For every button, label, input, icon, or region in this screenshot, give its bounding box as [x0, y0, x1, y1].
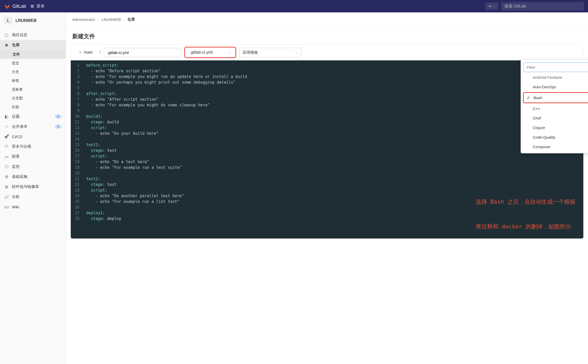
sidebar-item-label: 仓库: [12, 43, 20, 48]
create-new-button[interactable]: ＋ ⌄: [485, 3, 498, 10]
line-gutter: 1234567891011121314151617181920212223242…: [71, 62, 84, 239]
filter-input[interactable]: [527, 65, 588, 69]
sidebar-sub-files[interactable]: 文件: [0, 50, 66, 59]
sidebar-item-label: Wiki: [12, 205, 19, 209]
branch-selector[interactable]: ⑂ main: [76, 48, 97, 57]
chevron-down-icon: ⌄: [228, 51, 231, 54]
filename-input[interactable]: [104, 48, 181, 57]
file-toolbar: ⑂ main / .gitlab-ci.yml ⌄ 应用模板 ⌄ 🔍 And: [71, 44, 583, 60]
sidebar-item-deploy[interactable]: ▭ 部署: [0, 152, 66, 162]
sidebar-item-label: CI/CD: [12, 134, 22, 139]
sidebar-item-label: 分析: [12, 194, 20, 199]
issues-icon: ◧: [4, 114, 9, 119]
dropdown-item[interactable]: Composer: [521, 142, 588, 152]
global-search[interactable]: 搜索 GitLab: [501, 2, 584, 11]
branch-icon: ⑂: [79, 50, 82, 55]
project-name: LRUNWEB: [15, 18, 37, 23]
apply-template-label: 应用模板: [243, 50, 258, 55]
template-type-label: .gitlab-ci.yml: [190, 50, 213, 55]
menu-button[interactable]: 菜单: [30, 4, 45, 9]
sidebar-item-label: 议题: [12, 114, 20, 119]
sidebar-sub-compare[interactable]: 比较: [0, 103, 66, 112]
annotation-text: 选择 Bash 之后，会自动生成一个模板 将注释和 docker 的删掉，如图所…: [476, 181, 576, 247]
sidebar-item-merge-requests[interactable]: ⑂ 合并请求 0: [0, 122, 66, 132]
code-editor[interactable]: 1234567891011121314151617181920212223242…: [71, 60, 583, 239]
sidebar-item-label: 项目信息: [12, 33, 27, 37]
dropdown-filter[interactable]: 🔍: [523, 62, 588, 72]
sidebar-item-label: 合并请求: [12, 124, 27, 129]
project-header[interactable]: L LRUNWEB: [0, 12, 66, 29]
sidebar-sub-tags[interactable]: 标签: [0, 76, 66, 85]
issues-count: 0: [55, 114, 62, 119]
deploy-icon: ▭: [4, 154, 9, 159]
infra-icon: ⚙: [4, 175, 9, 179]
hamburger-icon: [30, 4, 34, 8]
breadcrumb-admin[interactable]: Administrator: [72, 17, 95, 22]
sidebar-item-cicd[interactable]: 🚀 CI/CD: [0, 132, 66, 141]
dropdown-item[interactable]: Auto-DevOps: [521, 82, 588, 92]
breadcrumb-project[interactable]: LRUNWEB: [101, 17, 121, 22]
repo-icon: 🗎: [4, 43, 9, 48]
sidebar-item-packages[interactable]: ⊞ 软件包与镜像库: [0, 182, 66, 192]
gitlab-logo[interactable]: GitLab: [4, 3, 26, 9]
main-content: Administrator › LRUNWEB › 仓库 新建文件 ⑂ main…: [66, 12, 588, 364]
mr-count: 0: [55, 124, 62, 129]
gitlab-icon: [4, 3, 10, 9]
info-icon: ▢: [4, 33, 9, 37]
sidebar-item-project-info[interactable]: ▢ 项目信息: [0, 30, 66, 40]
sidebar-sub-contributors[interactable]: 贡献者: [0, 85, 66, 94]
chevron-down-icon: ⌄: [493, 4, 496, 8]
sidebar-item-repository[interactable]: 🗎 仓库: [0, 40, 66, 50]
sidebar-item-wiki[interactable]: 📖 Wiki: [0, 202, 66, 212]
sidebar-item-monitor[interactable]: 🖵 监控: [0, 162, 66, 172]
sidebar-item-label: 基础设施: [12, 174, 27, 179]
sidebar-item-label: 安全与合规: [12, 144, 31, 149]
chevron-down-icon: ⌄: [295, 51, 298, 54]
sidebar-item-label: 软件包与镜像库: [12, 184, 39, 189]
sidebar-item-analytics[interactable]: 📈 分析: [0, 192, 66, 202]
breadcrumb-current: 仓库: [127, 17, 135, 22]
top-navbar: GitLab 菜单 ＋ ⌄ 搜索 GitLab: [0, 0, 588, 12]
sidebar-item-label: 监控: [12, 164, 20, 169]
cicd-icon: 🚀: [4, 134, 9, 139]
sidebar-sub-graph[interactable]: 分支图: [0, 94, 66, 103]
sidebar-item-label: 部署: [12, 154, 20, 159]
sidebar: L LRUNWEB ▢ 项目信息 🗎 仓库 文件 提交 分支 标签 贡献者 分支…: [0, 12, 66, 364]
menu-label: 菜单: [36, 4, 45, 9]
sidebar-item-issues[interactable]: ◧ 议题 0: [0, 112, 66, 122]
annotation-line2: 将注释和 docker 的删掉，如图所示: [476, 223, 576, 231]
dropdown-item[interactable]: Code-Quality: [521, 132, 588, 142]
branch-name: main: [84, 50, 93, 55]
sidebar-sub-branches[interactable]: 分支: [0, 68, 66, 76]
shield-icon: 🛡: [4, 144, 9, 149]
dropdown-item-selected[interactable]: Bash: [523, 92, 588, 103]
breadcrumb-sep: ›: [98, 17, 99, 22]
monitor-icon: 🖵: [4, 164, 9, 169]
dropdown-list[interactable]: Android-Fastlane Auto-DevOps Bash C++ Ch…: [521, 75, 588, 153]
package-icon: ⊞: [4, 185, 9, 189]
annotation-line1: 选择 Bash 之后，会自动生成一个模板: [476, 198, 576, 206]
template-type-select[interactable]: .gitlab-ci.yml ⌄: [184, 47, 236, 58]
sidebar-item-security[interactable]: 🛡 安全与合规: [0, 141, 66, 152]
search-placeholder: 搜索 GitLab: [504, 4, 526, 8]
dropdown-item[interactable]: Clojure: [521, 123, 588, 132]
path-separator: /: [100, 50, 101, 55]
sidebar-item-infrastructure[interactable]: ⚙ 基础设施: [0, 172, 66, 182]
merge-icon: ⑂: [4, 124, 9, 129]
page-title: 新建文件: [66, 27, 588, 44]
analytics-icon: 📈: [4, 195, 9, 199]
code-body[interactable]: before_script: - echo "Before script sec…: [84, 62, 583, 239]
dropdown-item[interactable]: Android-Fastlane: [521, 75, 588, 82]
breadcrumb: Administrator › LRUNWEB › 仓库: [66, 12, 588, 27]
wiki-icon: 📖: [4, 204, 9, 209]
dropdown-item[interactable]: C++: [521, 104, 588, 113]
plus-icon: ＋: [488, 4, 492, 9]
project-avatar: L: [4, 17, 12, 25]
brand-text: GitLab: [12, 4, 26, 9]
apply-template-select[interactable]: 应用模板 ⌄: [239, 48, 301, 57]
template-dropdown: 🔍 Android-Fastlane Auto-DevOps Bash C++ …: [521, 60, 588, 153]
dropdown-item[interactable]: Chef: [521, 113, 588, 123]
sidebar-sub-commits[interactable]: 提交: [0, 59, 66, 68]
breadcrumb-sep: ›: [123, 17, 125, 22]
